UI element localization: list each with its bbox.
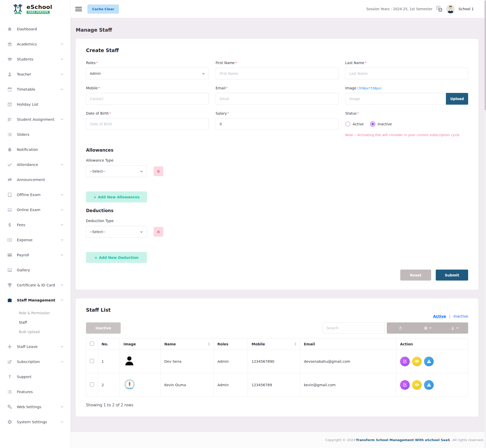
add-deduction-button[interactable]: +Add New Deduction (86, 252, 147, 263)
megaphone-icon (7, 177, 12, 182)
sidebar-item-academics[interactable]: Academics (0, 37, 70, 52)
deduction-type-select[interactable]: --Select-- (86, 226, 147, 238)
filter-inactive-link[interactable]: Inactive (453, 314, 468, 318)
school-switcher[interactable]: School 1 (458, 7, 474, 11)
staff-name: Dev Sena (161, 350, 214, 373)
gear-icon (7, 419, 12, 425)
sidebar-subitem-bulk-upload[interactable]: Bulk Upload (0, 327, 70, 336)
remove-deduction-button[interactable]: × (154, 227, 163, 237)
first-name-input[interactable] (216, 68, 339, 79)
question-icon: ? (7, 374, 12, 379)
app-logo[interactable]: eSchool SAAS VERSION (0, 0, 70, 18)
sidebar-item-gallery[interactable]: Gallery (0, 262, 70, 277)
sidebar-subitem-staff[interactable]: Staff (0, 318, 70, 327)
cache-clear-button[interactable]: Cache Clear (88, 5, 119, 14)
chevron-down-icon (60, 57, 64, 61)
last-name-field: Last Name* (345, 61, 468, 79)
plus-icon: + (93, 195, 96, 199)
chevron-up-icon (60, 298, 64, 302)
footer-brand-link[interactable]: Transform School Management With eSchool… (356, 438, 450, 442)
dob-input[interactable] (86, 118, 209, 130)
remove-allowance-button[interactable]: × (154, 166, 163, 176)
chevron-down-icon (60, 238, 64, 241)
sidebar-item-payroll[interactable]: Payroll (0, 247, 70, 262)
bulk-inactive-button[interactable]: Inactive (86, 322, 121, 334)
sidebar-item-features[interactable]: Features (0, 384, 70, 399)
translate-icon[interactable]: A (436, 6, 443, 12)
row-checkbox[interactable] (90, 382, 94, 386)
sidebar-item-staff-management[interactable]: Staff Management (0, 293, 70, 308)
sidebar-item-dashboard[interactable]: Dashboard (0, 21, 70, 37)
briefcase-icon (7, 298, 12, 303)
sidebar-item-fees[interactable]: $Fees (0, 217, 70, 232)
deactivate-button[interactable] (424, 380, 434, 390)
edit-button[interactable] (400, 380, 410, 390)
sidebar-item-sliders[interactable]: Sliders (0, 127, 70, 142)
chevron-down-icon (140, 230, 143, 234)
sidebar-item-staff-leave[interactable]: Staff Leave (0, 339, 70, 354)
staff-list-title: Staff List (86, 307, 468, 313)
col-image: Image (120, 338, 161, 350)
submit-button[interactable]: Submit (436, 270, 468, 281)
sidebar-item-support[interactable]: ?Support (0, 369, 70, 384)
image-input[interactable] (345, 93, 446, 105)
table-row: 1 Dev Sena Admin 1234567890 devsenabahu@… (86, 350, 468, 373)
sidebar-item-notification[interactable]: Notification (0, 142, 70, 157)
create-staff-title: Create Staff (86, 47, 468, 53)
columns-button[interactable] (414, 322, 441, 334)
allowance-type-label: Allowance Type (86, 158, 468, 162)
salary-input[interactable] (216, 118, 339, 130)
roles-select[interactable]: Admin (86, 68, 209, 79)
col-name[interactable]: Name (161, 338, 214, 350)
status-inactive-radio[interactable]: Inactive (370, 122, 392, 127)
export-button[interactable] (441, 322, 468, 334)
email-input[interactable] (216, 93, 339, 105)
sidebar-item-students[interactable]: Students (0, 52, 70, 67)
sidebar-item-student-assignment[interactable]: Student Assignment (0, 112, 70, 127)
upload-button[interactable]: Upload (446, 93, 468, 105)
sidebar-item-expense[interactable]: Expense (0, 232, 70, 247)
view-button[interactable] (412, 380, 422, 390)
sidebar-item-certificate-id-card[interactable]: Certificate & ID Card (0, 277, 70, 293)
sidebar-item-web-settings[interactable]: Web Settings (0, 399, 70, 414)
sidebar-nav: Dashboard Academics Students Teacher Tim… (0, 18, 70, 429)
create-staff-card: Create Staff Roles* Admin First Name* (76, 39, 478, 290)
sidebar-item-teacher[interactable]: Teacher (0, 67, 70, 82)
chevron-down-icon (60, 118, 64, 121)
status-active-radio[interactable]: Active (345, 122, 364, 127)
search-input[interactable] (323, 322, 385, 334)
scrollbar-thumb[interactable] (484, 1, 486, 110)
edit-button[interactable] (400, 357, 410, 366)
deactivate-button[interactable] (424, 357, 434, 366)
col-mobile[interactable]: Mobile (248, 338, 300, 350)
mobile-input[interactable] (86, 93, 209, 105)
page-scrollbar[interactable] (484, 0, 486, 448)
row-checkbox[interactable] (90, 359, 94, 363)
sidebar-subitem-role-permission[interactable]: Role & Permission (0, 308, 70, 318)
book-icon (7, 192, 12, 197)
add-allowance-button[interactable]: +Add New Allowances (86, 191, 147, 202)
allowance-type-select[interactable]: --Select-- (86, 165, 147, 177)
sidebar-item-announcement[interactable]: Announcement (0, 172, 70, 187)
sidebar-item-holiday-list[interactable]: Holiday List (0, 97, 70, 112)
sidebar-item-subscription[interactable]: Subscription (0, 354, 70, 369)
hamburger-menu-icon[interactable] (75, 7, 82, 11)
reset-button[interactable]: Reset (400, 270, 431, 281)
sidebar-item-system-settings[interactable]: System Settings (0, 414, 70, 429)
select-all-checkbox[interactable] (90, 342, 94, 346)
sidebar-item-online-exam[interactable]: Online Exam (0, 202, 70, 217)
top-header: Cache Clear Session Years : 2024-25, 1st… (71, 0, 486, 18)
sidebar-item-attendance[interactable]: Attendance (0, 157, 70, 172)
last-name-input[interactable] (345, 68, 468, 79)
user-avatar[interactable] (446, 5, 455, 13)
view-button[interactable] (412, 357, 422, 366)
first-name-field: First Name* (216, 61, 339, 79)
download-icon (451, 326, 455, 330)
table-summary: Showing 1 to 2 of 2 rows (86, 403, 468, 407)
refresh-button[interactable] (387, 322, 414, 334)
sidebar-item-offline-exam[interactable]: Offline Exam (0, 187, 70, 202)
sort-icon (208, 343, 210, 346)
filter-active-link[interactable]: Active (433, 314, 446, 318)
sort-icon (294, 343, 296, 346)
sidebar-item-timetable[interactable]: Timetable (0, 82, 70, 97)
